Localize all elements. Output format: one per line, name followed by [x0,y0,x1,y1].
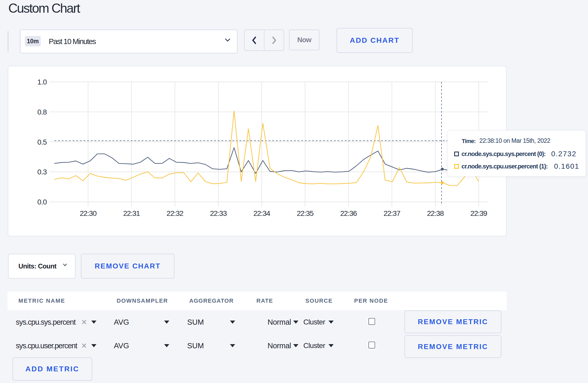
svg-text:22:31: 22:31 [123,209,140,217]
svg-text:22:34: 22:34 [253,209,270,217]
svg-text:22:32: 22:32 [167,209,184,217]
svg-text:22:33: 22:33 [210,209,227,217]
svg-text:0.5: 0.5 [37,138,47,146]
svg-text:0.3: 0.3 [37,168,47,176]
svg-text:22:37: 22:37 [384,209,401,217]
svg-text:22:39: 22:39 [470,209,487,217]
svg-text:0.8: 0.8 [37,108,47,116]
svg-text:0.0: 0.0 [37,198,47,206]
svg-text:22:35: 22:35 [297,209,314,217]
svg-text:1.0: 1.0 [37,78,47,86]
svg-text:22:30: 22:30 [80,209,97,217]
svg-text:22:38: 22:38 [427,209,444,217]
svg-text:22:36: 22:36 [340,209,357,217]
